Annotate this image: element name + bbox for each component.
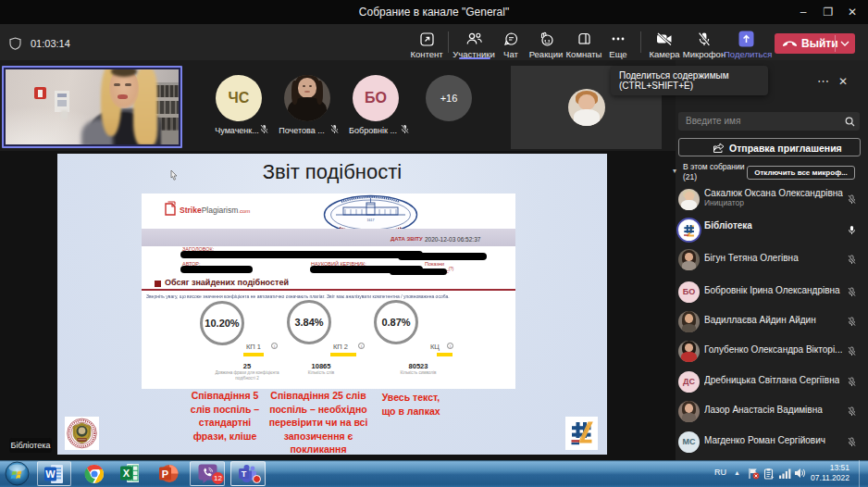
svg-text:W: W: [45, 468, 56, 480]
svg-text:P: P: [162, 468, 168, 480]
svg-text:X: X: [123, 468, 130, 479]
svg-text:T: T: [242, 469, 247, 479]
svg-text:1617: 1617: [367, 219, 375, 222]
